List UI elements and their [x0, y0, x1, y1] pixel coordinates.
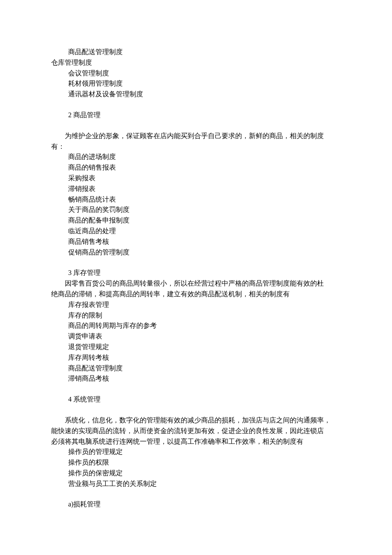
list-item: 临近商品的处理: [51, 226, 341, 237]
section-heading-2: 2 商品管理: [51, 110, 341, 121]
list-item: 商品配送管理制度: [51, 363, 341, 374]
paragraph: 为维护企业的形象，保证顾客在店内能买到合乎自己要求的，新鲜的商品，相关的制度: [51, 131, 341, 142]
para-line: 有：: [51, 142, 341, 152]
list-item: 操作员的保密规定: [51, 468, 341, 479]
list-item: 商品的销售报表: [51, 162, 341, 173]
list-item: 退货管理规定: [51, 342, 341, 353]
para-line: 绝商品的滞销，和提高商品的周转率，建立有效的商品配送机制，相关的制度有: [51, 289, 341, 300]
list-item: 滞销商品考核: [51, 373, 341, 384]
list-item: 采购报表: [51, 173, 341, 184]
list-item: 调货申请表: [51, 331, 341, 342]
paragraph: 系统化，信息化，数字化的管理能有效的减少商品的损耗，加强店与店之间的沟通频率，: [51, 415, 341, 426]
list-item: 库存报表管理: [51, 300, 341, 310]
list-item: 商品销售考核: [51, 237, 341, 247]
list-item: 商品配送管理制度: [51, 47, 341, 58]
para-line: 为维护企业的形象，保证顾客在店内能买到合乎自己要求的，新鲜的商品，相关的制度: [51, 131, 324, 142]
para-line: 因零售百货公司的商品周转量很小，所以在经营过程中严格的商品管理制度能有效的杜: [51, 278, 324, 289]
spacer: [51, 100, 341, 110]
list-item: 通讯器材及设备管理制度: [51, 89, 341, 100]
spacer: [51, 405, 341, 415]
spacer: [51, 489, 341, 499]
list-item: 会议管理制度: [51, 68, 341, 79]
heading-warehouse: 仓库管理制度: [51, 58, 341, 68]
section-heading-3: 3 库存管理: [51, 268, 341, 278]
list-item: 关于商品的奖罚制度: [51, 205, 341, 215]
list-item: 促销商品的管理制度: [51, 247, 341, 258]
list-item: 畅销商品统计表: [51, 194, 341, 205]
paragraph: 因零售百货公司的商品周转量很小，所以在经营过程中严格的商品管理制度能有效的杜: [51, 278, 341, 289]
spacer: [51, 257, 341, 268]
section-heading-4: 4 系统管理: [51, 394, 341, 405]
section-heading-a: a)损耗管理: [51, 499, 341, 510]
list-item: 营业额与员工工资的关系制定: [51, 479, 341, 489]
list-item: 库存周转考核: [51, 353, 341, 363]
para-line: 能快速的实现商品的流转，从而使资金的流转更加有效，促进企业的良性发展，因此连锁店: [51, 426, 341, 436]
list-item: 商品的周转周期与库存的参考: [51, 321, 341, 331]
list-item: 商品的进场制度: [51, 152, 341, 162]
list-item: 耗材领用管理制度: [51, 78, 341, 89]
spacer: [51, 121, 341, 131]
list-item: 库存的限制: [51, 310, 341, 321]
list-item: 滞销报表: [51, 184, 341, 194]
list-item: 操作员的管理规定: [51, 447, 341, 457]
list-item: 商品的配备申报制度: [51, 215, 341, 226]
para-line: 系统化，信息化，数字化的管理能有效的减少商品的损耗，加强店与店之间的沟通频率，: [51, 415, 331, 426]
list-item: 操作员的权限: [51, 457, 341, 468]
spacer: [51, 384, 341, 394]
document-page: 商品配送管理制度 仓库管理制度 会议管理制度 耗材领用管理制度 通讯器材及设备管…: [0, 0, 392, 535]
para-line: 必须将其电脑系统进行连网统一管理，以提高工作准确率和工作效率，相关的制度有: [51, 436, 341, 447]
